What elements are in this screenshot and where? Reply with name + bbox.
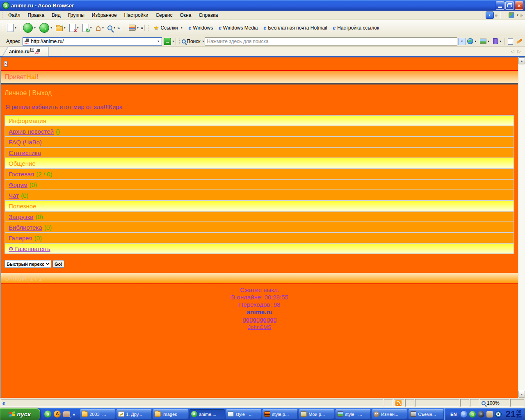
menu-file[interactable]: Файл — [5, 11, 24, 19]
task-style-image[interactable]: style - ... — [336, 409, 371, 419]
close-button[interactable]: × — [515, 1, 523, 10]
menu-groups[interactable]: Группы — [64, 11, 88, 19]
toolbar-grip[interactable] — [148, 25, 149, 31]
menu-settings[interactable]: Настройки — [121, 11, 152, 19]
refresh-button[interactable]: ↻ ▼ — [81, 23, 94, 33]
webcam-tray-icon[interactable] — [486, 411, 493, 418]
toolbar-grip[interactable] — [124, 25, 126, 31]
menu-link[interactable]: Загрузки — [9, 213, 33, 220]
web-search-button[interactable]: ▼ — [466, 37, 478, 46]
page-scrollbar[interactable]: ▲ ▼ — [518, 57, 525, 398]
task-style-notepad[interactable]: style - ... — [226, 409, 261, 419]
stop-button[interactable]: × ▼ — [68, 23, 81, 33]
menu-view[interactable]: Вид — [48, 11, 64, 19]
sphere-tray-icon[interactable] — [478, 411, 484, 418]
minimize-button[interactable] — [496, 1, 504, 10]
search-input[interactable] — [205, 39, 457, 44]
url-dropdown-icon[interactable]: ▼ — [155, 40, 161, 43]
dropdown-arrow-icon[interactable]: ▼ — [172, 40, 174, 43]
tools-button[interactable]: ▼ — [127, 23, 141, 32]
menu-link[interactable]: Чат — [9, 192, 19, 199]
menu-link[interactable]: Статистика — [9, 149, 41, 156]
chevron-more-icon[interactable]: » — [520, 13, 523, 18]
search-engine-dropdown[interactable]: ▼ — [458, 38, 466, 45]
tab-anime-ru[interactable]: anime.ru × CMS — [2, 47, 48, 56]
personal-link[interactable]: Личное — [5, 89, 27, 96]
highlighter-button[interactable] — [515, 39, 524, 43]
scroll-up-icon[interactable]: ▲ — [518, 57, 525, 64]
menu-link[interactable]: Архив новостей — [9, 128, 54, 135]
chevron-more-icon[interactable]: » — [117, 25, 120, 30]
back-button[interactable]: ← ▼ — [21, 22, 38, 34]
windows-logo-icon — [9, 411, 15, 417]
collapse-panel-button[interactable]: ‹ — [486, 11, 494, 19]
toolbar-grip[interactable] — [504, 12, 506, 18]
language-indicator[interactable]: EN — [448, 411, 459, 418]
acoo-tray-icon[interactable]: a — [469, 411, 476, 418]
eye-tray-icon[interactable] — [495, 411, 502, 418]
tray-clock[interactable]: 21 00 Вт — [505, 410, 522, 419]
menu-service[interactable]: Сервис — [152, 11, 176, 19]
task-my-pictures[interactable]: Мои р... — [299, 409, 334, 419]
menu-windows[interactable]: Окна — [176, 11, 195, 19]
menu-help[interactable]: Справка — [195, 11, 221, 19]
task-friends[interactable]: 1. Дру... — [116, 409, 152, 419]
camera-download-icon[interactable] — [63, 411, 70, 417]
task-gimp[interactable]: Измен... — [372, 409, 407, 419]
toolbar-grip[interactable] — [179, 38, 180, 45]
online-bar: Онлайн: 1 / 1 — [1, 273, 518, 283]
link-customize[interactable]: e Настройка ссылок — [330, 25, 382, 31]
task-removable-disk[interactable]: Съемн... — [409, 409, 444, 419]
johncms-link[interactable]: JohnCMS — [248, 324, 271, 330]
task-images[interactable]: images — [153, 409, 188, 419]
quick-jump-select[interactable]: Быстрый переход — [5, 260, 51, 268]
tab-scroll-right-icon[interactable]: ▷ — [518, 49, 521, 54]
menu-edit[interactable]: Правка — [24, 11, 48, 19]
up-button[interactable]: ↑ ▼ — [54, 23, 68, 32]
home-button[interactable]: ⌂ ▼ — [94, 23, 106, 33]
link-windows-media[interactable]: e Windows Media — [216, 25, 260, 31]
restore-button[interactable] — [505, 1, 514, 10]
rss-icon[interactable] — [395, 400, 402, 406]
logout-link[interactable]: Выход — [32, 89, 52, 96]
chevron-more-icon[interactable]: » — [495, 13, 498, 18]
chevron-more-icon[interactable]: » — [73, 412, 75, 417]
menu-link[interactable]: FAQ (ЧаВо) — [9, 139, 42, 146]
tab-close-icon[interactable]: × — [30, 48, 34, 52]
plugin-icon[interactable] — [509, 12, 514, 18]
go-button[interactable]: → — [164, 38, 171, 45]
quick-jump-go-button[interactable]: Go! — [52, 260, 64, 268]
menu-link[interactable]: Библиотека — [9, 224, 42, 231]
toolbar-grip[interactable] — [2, 38, 4, 45]
scroll-down-icon[interactable]: ▼ — [518, 391, 525, 398]
toolbar-grip[interactable] — [482, 12, 483, 18]
menu-link[interactable]: Форум — [9, 181, 27, 188]
bookmarks-button[interactable]: ▼ — [491, 37, 503, 46]
link-windows[interactable]: e Windows — [186, 25, 216, 31]
tray-collapse-icon[interactable]: ‹ — [461, 411, 467, 418]
task-anime-active[interactable]: a anime.... — [189, 409, 225, 419]
menu-link[interactable]: Ф Газенвагенъ — [9, 245, 50, 252]
tab-scroll-left-icon[interactable]: ◁ — [511, 49, 514, 54]
toolbar-grip[interactable] — [2, 12, 3, 18]
task-style-psd[interactable]: style.p... — [262, 409, 298, 419]
new-page-button[interactable]: ▼ — [5, 23, 18, 33]
amber-app-icon[interactable]: A — [54, 411, 61, 418]
menu-link[interactable]: Гостевая — [9, 171, 34, 178]
acoo-quicklaunch-icon[interactable]: a — [44, 411, 51, 418]
task-2003[interactable]: 2003 -... — [80, 409, 115, 419]
menu-favorites[interactable]: Избранное — [88, 11, 121, 19]
links-bar-label[interactable]: ★ Ссылки ▼ — [151, 25, 186, 31]
link-hotmail[interactable]: e Бесплатная почта Hotmail — [261, 25, 330, 31]
search-button[interactable]: ▼ — [106, 24, 117, 32]
status-zoom-panel[interactable]: 100% — [480, 399, 509, 407]
toolbar-grip[interactable] — [2, 25, 4, 31]
chevron-more-icon[interactable]: » — [141, 25, 143, 30]
menu-link[interactable]: Галерея — [9, 235, 32, 242]
dropdown-arrow-icon[interactable]: ▼ — [516, 14, 519, 16]
forward-button[interactable]: → ▼ — [38, 22, 54, 34]
images-button[interactable]: ▼ — [478, 37, 491, 45]
start-button[interactable]: пуск — [0, 408, 40, 420]
page-preview-button[interactable] — [506, 37, 515, 46]
url-input[interactable] — [31, 39, 155, 44]
